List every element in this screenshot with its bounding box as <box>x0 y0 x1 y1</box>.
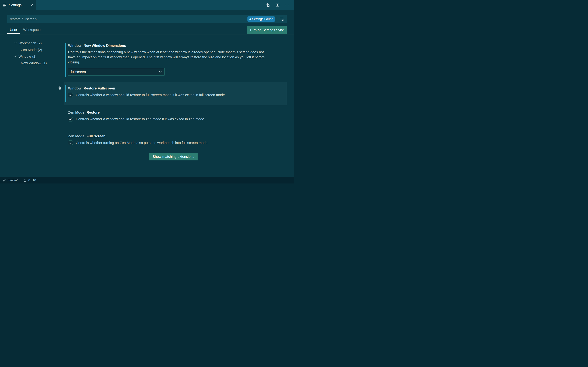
setting-label: Restore <box>87 110 100 114</box>
setting-title: Zen Mode: Full Screen <box>68 134 208 138</box>
toc-count: (1) <box>43 61 47 65</box>
git-branch-status[interactable]: master* <box>2 179 18 182</box>
settings-toc: Workbench(2) Zen Mode(2) Window(2) New W… <box>0 40 61 67</box>
editor-actions <box>266 0 294 10</box>
toc-count: (2) <box>37 41 42 45</box>
settings-found-badge: 4 Settings Found <box>247 17 275 22</box>
status-bar: master* 0↓ 10↑ <box>0 177 294 184</box>
chevron-down-icon[interactable] <box>14 55 17 57</box>
zen-mode-full-screen-checkbox[interactable] <box>68 141 73 145</box>
setting-label: New Window Dimensions <box>84 44 126 48</box>
show-matching-extensions-button[interactable]: Show matching extensions <box>149 153 198 160</box>
modified-indicator-bar <box>65 43 66 77</box>
setting-category: Window: <box>68 86 83 90</box>
toc-item-zen-mode[interactable]: Zen Mode(2) <box>0 47 61 53</box>
zen-mode-restore-checkbox[interactable] <box>68 117 73 121</box>
setting-row-zen-mode-full-screen: Zen Mode: Full Screen Controls whether t… <box>68 134 208 145</box>
settings-editor-window: Settings <box>0 0 294 184</box>
search-query-text: restore fullscreen <box>7 15 287 23</box>
setting-title: Window: Restore Fullscreen <box>68 86 287 91</box>
editor-tab-strip: Settings <box>0 0 294 10</box>
tab-workspace[interactable]: Workspace <box>21 26 43 34</box>
branch-name: master* <box>8 179 18 182</box>
turn-on-settings-sync-button[interactable]: Turn on Settings Sync <box>247 26 287 34</box>
settings-list-icon <box>3 3 7 7</box>
select-value: fullscreen <box>68 70 86 74</box>
setting-category: Zen Mode: <box>68 134 86 138</box>
scope-tabs: User Workspace <box>7 26 43 34</box>
setting-description: Controls whether a window should restore… <box>76 117 205 122</box>
split-editor-icon[interactable] <box>276 3 280 7</box>
toc-label: Zen Mode <box>21 48 37 52</box>
setting-category: Window: <box>68 44 83 48</box>
more-actions-icon[interactable] <box>285 3 289 7</box>
modified-indicator-bar <box>65 85 66 102</box>
setting-row-new-window-dimensions: Window: New Window Dimensions Controls t… <box>64 42 287 75</box>
setting-label: Restore Fullscreen <box>84 86 115 90</box>
setting-title: Window: New Window Dimensions <box>68 43 287 48</box>
gear-icon[interactable] <box>57 86 62 91</box>
tab-user[interactable]: User <box>7 26 20 34</box>
toc-item-window[interactable]: Window(2) <box>0 53 61 60</box>
tab-settings[interactable]: Settings <box>0 0 36 10</box>
toc-label: New Window <box>21 61 41 65</box>
chevron-down-icon <box>159 71 162 73</box>
setting-category: Zen Mode: <box>68 110 86 114</box>
restore-fullscreen-checkbox[interactable] <box>68 93 73 97</box>
setting-row-restore-fullscreen[interactable]: Window: Restore Fullscreen Controls whet… <box>64 82 287 105</box>
toc-label: Window <box>18 55 31 58</box>
toc-item-workbench[interactable]: Workbench(2) <box>0 40 61 47</box>
tab-title: Settings <box>9 3 22 7</box>
settings-search-input[interactable]: restore fullscreen 4 Settings Found <box>7 15 287 23</box>
setting-description: Controls whether a window should restore… <box>76 92 226 98</box>
sync-counts: 0↓ 10↑ <box>28 179 38 182</box>
setting-row-zen-mode-restore: Zen Mode: Restore Controls whether a win… <box>68 110 205 122</box>
new-window-dimensions-select[interactable]: fullscreen <box>68 68 164 75</box>
toc-label: Workbench <box>18 41 36 45</box>
header-divider <box>0 34 294 34</box>
toc-count: (2) <box>32 55 36 58</box>
toc-count: (2) <box>38 48 42 52</box>
close-icon[interactable] <box>30 4 33 7</box>
toc-item-new-window[interactable]: New Window(1) <box>0 60 61 67</box>
setting-label: Full Screen <box>87 134 105 138</box>
setting-description: Controls the dimensions of opening a new… <box>68 50 271 65</box>
setting-title: Zen Mode: Restore <box>68 110 205 115</box>
chevron-down-icon[interactable] <box>14 42 17 44</box>
open-settings-json-icon[interactable] <box>266 3 270 7</box>
setting-description: Controls whether turning on Zen Mode als… <box>76 140 208 145</box>
sync-icon <box>23 179 27 182</box>
git-sync-status[interactable]: 0↓ 10↑ <box>23 179 38 182</box>
git-branch-icon <box>2 179 6 182</box>
clear-search-filters-icon[interactable] <box>279 17 284 21</box>
